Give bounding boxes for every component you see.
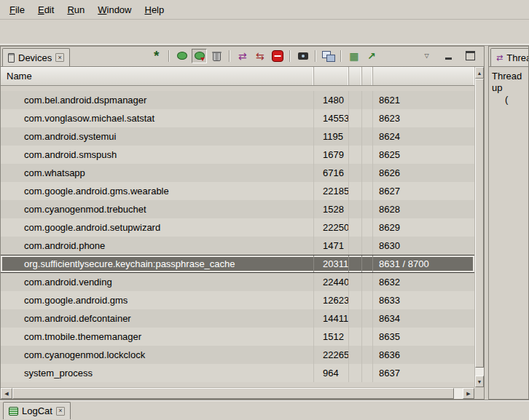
menu-edit[interactable]: Edit xyxy=(31,2,60,17)
cell-status xyxy=(349,218,362,237)
cause-gc-icon[interactable] xyxy=(209,49,224,63)
close-icon[interactable]: × xyxy=(55,53,64,62)
cell-pid: 1679 xyxy=(314,146,349,164)
stop-process-icon[interactable] xyxy=(270,49,285,63)
cell-name: com.cyanogenmod.lockclock xyxy=(1,346,314,364)
column-header-status xyxy=(349,67,362,85)
tab-logcat[interactable]: LogCat × xyxy=(3,402,71,419)
cell-name: com.android.vending xyxy=(1,273,314,291)
device-icon xyxy=(8,53,15,63)
column-header-name[interactable]: Name xyxy=(1,67,314,85)
device-row[interactable]: com.bel.android.dspmanager 1480 8621 xyxy=(1,91,474,109)
column-header-port xyxy=(373,67,474,85)
device-row[interactable]: com.google.android.gms 12623 8633 xyxy=(1,291,474,309)
device-row[interactable]: com.cyanogenmod.trebuchet 1528 8628 xyxy=(1,200,474,218)
sysinfo-columns-icon[interactable]: ▦ xyxy=(346,49,361,63)
cell-pid: 1471 xyxy=(314,237,349,255)
cell-port: 8627 xyxy=(373,182,474,200)
cell-pid: 1480 xyxy=(314,91,349,109)
scroll-right-icon[interactable]: ▶ xyxy=(463,388,474,399)
debug-process-icon[interactable]: * xyxy=(149,49,164,63)
menu-run[interactable]: Run xyxy=(60,2,91,17)
cell-pid: 22265 xyxy=(314,346,349,364)
cell-status xyxy=(349,91,362,109)
method-profiling-icon[interactable]: ⇆ xyxy=(252,49,267,63)
cell-port: 8629 xyxy=(373,218,474,237)
dump-hprof-icon[interactable] xyxy=(192,49,207,63)
cell-flag xyxy=(362,109,373,127)
close-icon[interactable]: × xyxy=(56,407,65,416)
bottom-tab-bar: LogCat × xyxy=(0,400,529,420)
view-toolbar-corner: ▽ xyxy=(419,47,484,66)
cell-status xyxy=(349,364,362,382)
device-row[interactable]: system_process 964 8637 xyxy=(1,364,474,382)
devices-tab-label: Devices xyxy=(18,52,52,63)
device-row[interactable]: com.vonglasow.michael.satstat 14553 8623 xyxy=(1,109,474,127)
column-header-pid xyxy=(314,67,349,85)
cell-flag xyxy=(362,291,373,309)
separator xyxy=(340,50,342,62)
scroll-down-icon[interactable]: ▼ xyxy=(475,376,484,387)
threads-tab-label: Threads xyxy=(506,52,529,63)
separator xyxy=(229,50,230,62)
cell-pid: 22440 xyxy=(314,273,349,291)
devices-view: Devices × *⇄⇆▦↗ ▽ Name com.bel.android.d… xyxy=(0,46,485,400)
cell-flag xyxy=(362,218,373,237)
scroll-left-icon[interactable]: ◀ xyxy=(1,388,12,399)
view-menu-icon[interactable]: ▽ xyxy=(419,49,434,63)
horizontal-scroll-thumb[interactable] xyxy=(12,388,454,399)
vertical-scroll-thumb[interactable] xyxy=(475,79,484,368)
cell-pid: 22185 xyxy=(314,182,349,200)
cell-pid: 1195 xyxy=(314,127,349,146)
cell-port: 8628 xyxy=(373,200,474,218)
device-row[interactable]: org.sufficientlysecure.keychain:passphra… xyxy=(1,255,474,273)
maximize-icon[interactable] xyxy=(463,49,478,63)
tab-threads[interactable]: ⇄ Threads xyxy=(490,48,529,66)
scroll-up-icon[interactable]: ▲ xyxy=(475,67,484,79)
device-row[interactable]: com.android.defcontainer 14411 8634 xyxy=(1,309,474,328)
update-threads-icon[interactable]: ⇄ xyxy=(235,49,250,63)
cell-status xyxy=(349,309,362,328)
menu-file[interactable]: File xyxy=(3,2,31,17)
cell-status xyxy=(349,109,362,127)
vertical-scrollbar[interactable]: ▲ ▼ xyxy=(474,67,484,387)
cell-name: com.android.phone xyxy=(1,237,314,255)
scrollbar-corner xyxy=(474,387,484,399)
menu-help[interactable]: Help xyxy=(138,2,171,17)
cell-pid: 1528 xyxy=(314,200,349,218)
cell-status xyxy=(349,237,362,255)
cell-port: 8621 xyxy=(373,91,474,109)
device-row[interactable]: com.cyanogenmod.lockclock 22265 8636 xyxy=(1,346,474,364)
cell-name: com.android.defcontainer xyxy=(1,309,314,328)
device-row[interactable]: com.android.phone 1471 8630 xyxy=(1,237,474,255)
cell-name: com.android.systemui xyxy=(1,127,314,146)
cell-flag xyxy=(362,200,373,218)
device-row[interactable]: com.google.android.setupwizard 22250 862… xyxy=(1,218,474,237)
column-header-flag xyxy=(362,67,373,85)
cell-name: com.bel.android.dspmanager xyxy=(1,91,314,109)
device-row[interactable]: com.android.systemui 1195 8624 xyxy=(1,127,474,146)
tab-devices[interactable]: Devices × xyxy=(2,48,70,66)
device-table: Name com.bel.android.dspmanager 1480 862… xyxy=(1,67,484,399)
minimize-icon[interactable] xyxy=(441,49,456,63)
device-row[interactable]: com.tmobile.thememanager 1512 8635 xyxy=(1,328,474,346)
update-heap-icon[interactable] xyxy=(174,49,189,63)
cell-port: 8626 xyxy=(373,164,474,182)
cell-status xyxy=(349,127,362,146)
sysinfo-chart-icon[interactable]: ↗ xyxy=(364,49,379,63)
cell-pid: 12623 xyxy=(314,291,349,309)
device-row[interactable]: com.google.android.gms.wearable 22185 86… xyxy=(1,182,474,200)
screen-capture-icon[interactable] xyxy=(295,49,310,63)
device-row[interactable]: com.whatsapp 6716 8626 xyxy=(1,164,474,182)
cell-name: com.google.android.gms xyxy=(1,291,314,309)
cell-pid: 964 xyxy=(314,364,349,382)
cell-name: com.vonglasow.michael.satstat xyxy=(1,109,314,127)
device-row[interactable]: com.android.vending 22440 8632 xyxy=(1,273,474,291)
cell-port: 8630 xyxy=(373,237,474,255)
table-header: Name xyxy=(1,67,474,86)
device-row[interactable]: com.android.smspush 1679 8625 xyxy=(1,146,474,164)
dual-display-icon[interactable] xyxy=(321,49,336,63)
horizontal-scrollbar[interactable]: ◀ ▶ xyxy=(1,387,474,399)
menu-window[interactable]: Window xyxy=(91,2,138,17)
cell-flag xyxy=(362,364,373,382)
